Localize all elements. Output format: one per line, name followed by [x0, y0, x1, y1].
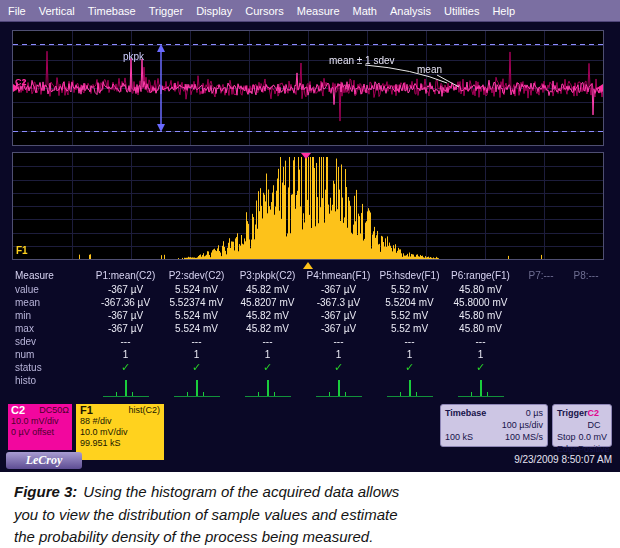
f1-descriptor-box[interactable]: F1 hist(C2) 88 #/div 10.0 mV/div 99.951 … — [76, 404, 164, 460]
histogram-grid[interactable]: F1 — [12, 152, 604, 260]
histo-cell-p4 — [303, 374, 374, 400]
trigger-box[interactable]: Trigger C2 DC Stop 0.0 mV Edge Positive — [552, 404, 612, 447]
min-p4: -367 µV — [303, 309, 374, 322]
status-check-icon-p5: ✓ — [374, 361, 445, 374]
value-p6: 45.80 mV — [445, 283, 516, 296]
num-p5: 1 — [374, 348, 445, 361]
oscilloscope-screen: File Vertical Timebase Trigger Display C… — [0, 0, 620, 472]
mean-p3: 45.8207 mV — [232, 296, 303, 309]
menu-analysis[interactable]: Analysis — [390, 5, 431, 17]
timebase-box[interactable]: Timebase 0 µs 100 µs/div 100 kS 100 MS/s — [440, 404, 548, 447]
menu-display[interactable]: Display — [196, 5, 232, 17]
caption-line-1: Using the histogram of the acquired data… — [83, 483, 399, 500]
timebase-samples: 100 kS — [445, 431, 473, 443]
menu-help[interactable]: Help — [492, 5, 515, 17]
f1-function: hist(C2) — [128, 405, 160, 416]
sdev-p2: --- — [161, 335, 232, 348]
menu-bar: File Vertical Timebase Trigger Display C… — [0, 0, 620, 22]
histogram-icon — [174, 377, 220, 397]
waveform-grid[interactable]: pkpk mean ± 1 sdev mean C2 — [12, 30, 604, 146]
num-p8 — [566, 348, 606, 361]
row-label-value: value — [12, 283, 90, 296]
screenshot-page: File Vertical Timebase Trigger Display C… — [0, 0, 620, 548]
mean-p5: 5.5204 mV — [374, 296, 445, 309]
max-p2: 5.524 mV — [161, 322, 232, 335]
mean-annotation: mean — [417, 64, 442, 75]
num-p6: 1 — [445, 348, 516, 361]
histo-cell-p6 — [445, 374, 516, 400]
f1-population: 99.951 kS — [80, 438, 160, 449]
param-header-p3[interactable]: P3:pkpk(C2) — [232, 268, 303, 283]
mean-p1: -367.36 µV — [90, 296, 161, 309]
min-p8 — [566, 309, 606, 322]
trigger-coupling: DC — [588, 420, 601, 430]
param-header-p4[interactable]: P4:hmean(F1) — [303, 268, 374, 283]
menu-file[interactable]: File — [8, 5, 26, 17]
row-label-min: min — [12, 309, 90, 322]
f1-horizontal-scale: 10.0 mV/div — [80, 427, 160, 438]
row-label-mean: mean — [12, 296, 90, 309]
sdev-p4: --- — [303, 335, 374, 348]
c2-vertical-scale: 10.0 mV/div — [11, 416, 69, 427]
num-p4: 1 — [303, 348, 374, 361]
timestamp: 9/23/2009 8:50:07 AM — [514, 454, 612, 465]
timebase-title: Timebase — [445, 407, 486, 419]
c2-level-marker-left — [13, 84, 19, 92]
num-p3: 1 — [232, 348, 303, 361]
param-header-p7[interactable]: P7:--- — [516, 268, 566, 283]
status-check-icon-p3: ✓ — [232, 361, 303, 374]
measure-table: Measure P1:mean(C2) P2:sdev(C2) P3:pkpk(… — [12, 268, 606, 400]
value-p4: -367 µV — [303, 283, 374, 296]
mean-p6: 45.8000 mV — [445, 296, 516, 309]
min-p7 — [516, 309, 566, 322]
mean-p8 — [566, 296, 606, 309]
menu-vertical[interactable]: Vertical — [39, 5, 75, 17]
figure-caption: Figure 3:Using the histogram of the acqu… — [0, 472, 620, 548]
num-p2: 1 — [161, 348, 232, 361]
min-p1: -367 µV — [90, 309, 161, 322]
menu-cursors[interactable]: Cursors — [245, 5, 284, 17]
trigger-level: 0.0 mV — [578, 431, 607, 443]
min-p2: 5.524 mV — [161, 309, 232, 322]
max-p3: 45.82 mV — [232, 322, 303, 335]
param-header-p1[interactable]: P1:mean(C2) — [90, 268, 161, 283]
sdev-p8 — [566, 335, 606, 348]
num-p1: 1 — [90, 348, 161, 361]
c2-descriptor-box[interactable]: C2 DC50Ω 10.0 mV/div 0 µV offset — [8, 404, 72, 450]
row-label-histo: histo — [12, 374, 90, 400]
status-p7 — [516, 361, 566, 374]
c2-coupling: DC50Ω — [39, 405, 69, 416]
pkpk-annotation: pkpk — [123, 51, 144, 62]
waveform-display[interactable] — [13, 31, 603, 145]
param-header-p5[interactable]: P5:hsdev(F1) — [374, 268, 445, 283]
menu-measure[interactable]: Measure — [297, 5, 340, 17]
param-header-p2[interactable]: P2:sdev(C2) — [161, 268, 232, 283]
menu-utilities[interactable]: Utilities — [444, 5, 479, 17]
param-header-p6[interactable]: P6:range(F1) — [445, 268, 516, 283]
histogram-icon — [458, 377, 504, 397]
histogram-icon — [316, 377, 362, 397]
value-p8 — [566, 283, 606, 296]
sdev-p5: --- — [374, 335, 445, 348]
menu-timebase[interactable]: Timebase — [88, 5, 136, 17]
status-check-icon-p6: ✓ — [445, 361, 516, 374]
caption-line-3: the probability density of the process b… — [14, 528, 373, 545]
value-p5: 5.52 mV — [374, 283, 445, 296]
c2-box-label: C2 — [11, 405, 25, 416]
trace-f1-label: F1 — [16, 245, 28, 256]
c2-level-marker-right — [597, 84, 603, 92]
trigger-mode: Stop — [557, 431, 576, 443]
histogram-display[interactable] — [13, 153, 603, 259]
menu-trigger[interactable]: Trigger — [149, 5, 183, 17]
timebase-scale: 100 µs/div — [502, 419, 543, 431]
max-p6: 45.80 mV — [445, 322, 516, 335]
value-p7 — [516, 283, 566, 296]
caption-line-2: you to view the distribution of sample v… — [14, 506, 398, 523]
num-p7 — [516, 348, 566, 361]
row-label-sdev: sdev — [12, 335, 90, 348]
menu-math[interactable]: Math — [353, 5, 377, 17]
mean-p4: -367.3 µV — [303, 296, 374, 309]
row-label-max: max — [12, 322, 90, 335]
param-header-p8[interactable]: P8:--- — [566, 268, 606, 283]
figure-label: Figure 3: — [14, 483, 77, 500]
